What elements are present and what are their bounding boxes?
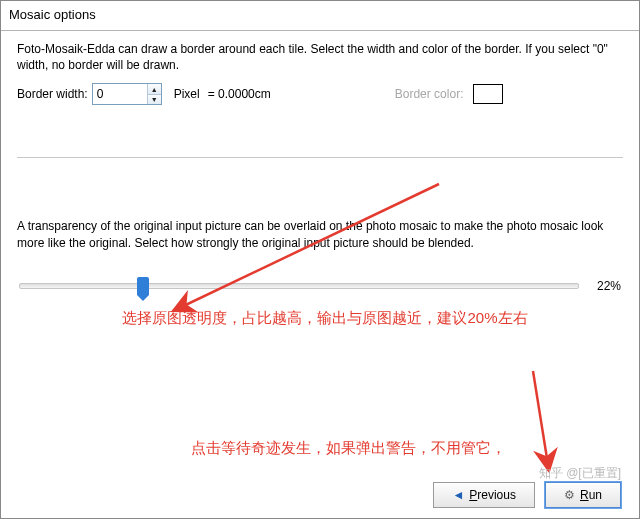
border-width-eq: = 0.0000cm — [208, 87, 271, 101]
slider-thumb[interactable] — [137, 277, 149, 295]
run-button[interactable]: ⚙ Run — [545, 482, 621, 508]
page-title: Mosaic options — [1, 1, 639, 31]
transparency-description: A transparency of the original input pic… — [17, 218, 623, 250]
spin-up-button[interactable]: ▲ — [148, 84, 161, 94]
watermark: 知乎 @[已重置] — [539, 465, 621, 482]
previous-button-label: Previous — [469, 488, 516, 502]
annotation-transparency: 选择原图透明度，占比越高，输出与原图越近，建议20%左右 — [57, 309, 593, 328]
border-width-input[interactable] — [93, 84, 147, 104]
spin-down-button[interactable]: ▼ — [148, 94, 161, 105]
transparency-slider[interactable] — [19, 283, 579, 289]
transparency-percent: 22% — [591, 279, 621, 293]
separator — [17, 157, 623, 158]
border-description: Foto-Mosaik-Edda can draw a border aroun… — [17, 41, 623, 73]
border-width-label: Border width: — [17, 87, 88, 101]
gear-icon: ⚙ — [564, 488, 575, 502]
title-text: Mosaic options — [9, 7, 96, 22]
border-color-swatch[interactable] — [473, 84, 503, 104]
button-bar: ◄ Previous ⚙ Run — [1, 482, 639, 508]
arrow-left-icon: ◄ — [452, 488, 464, 502]
chevron-down-icon: ▼ — [151, 96, 158, 103]
previous-button[interactable]: ◄ Previous — [433, 482, 535, 508]
spinner-buttons: ▲ ▼ — [147, 84, 161, 104]
content-top: Foto-Mosaik-Edda can draw a border aroun… — [1, 31, 639, 328]
window: Mosaic options Foto-Mosaik-Edda can draw… — [0, 0, 640, 519]
annotation-run: 点击等待奇迹发生，如果弹出警告，不用管它， — [191, 439, 609, 458]
chevron-up-icon: ▲ — [151, 86, 158, 93]
border-width-unit: Pixel — [174, 87, 200, 101]
border-width-row: Border width: ▲ ▼ Pixel = 0.0000cm Borde… — [17, 83, 623, 105]
border-width-spinner[interactable]: ▲ ▼ — [92, 83, 162, 105]
transparency-slider-row: 22% — [19, 279, 621, 293]
run-button-label: Run — [580, 488, 602, 502]
border-color-label: Border color: — [395, 87, 464, 101]
